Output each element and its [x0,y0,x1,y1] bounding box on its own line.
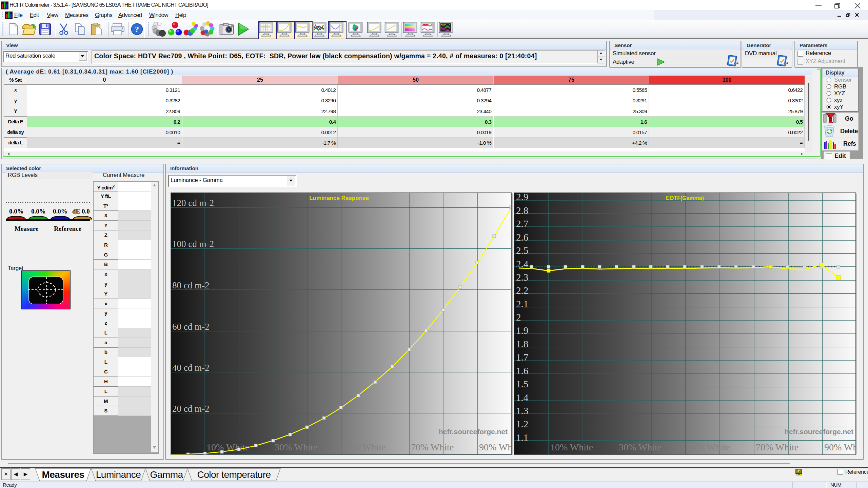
svg-text:1.1: 1.1 [516,432,528,443]
svg-text:1.2: 1.2 [516,419,528,429]
svg-text:50% White: 50% White [687,442,730,452]
svg-text:hcfr.sourceforge.net: hcfr.sourceforge.net [439,428,508,435]
svg-text:Luminance Response: Luminance Response [309,195,369,201]
svg-text:30% White: 30% White [619,442,662,452]
svg-text:30% White: 30% White [275,442,317,452]
svg-text:120 cd m-2: 120 cd m-2 [172,198,214,208]
svg-text:Luminance: Luminance [96,469,141,480]
svg-text:2.2: 2.2 [516,285,528,296]
svg-text:2.8: 2.8 [516,205,528,216]
svg-text:2.3: 2.3 [516,272,528,283]
svg-text:1.9: 1.9 [516,325,528,336]
svg-text:hcfr.sourceforge.net: hcfr.sourceforge.net [785,428,853,435]
svg-text:70% White: 70% White [411,442,454,452]
svg-text:2: 2 [516,312,521,323]
svg-text:1.6: 1.6 [516,365,528,376]
svg-text:1.7: 1.7 [516,352,528,363]
svg-text:2.7: 2.7 [516,218,528,229]
svg-text:70% White: 70% White [756,442,798,452]
svg-text:1.5: 1.5 [516,379,528,389]
svg-text:2.1: 2.1 [516,299,528,309]
svg-text:50% White: 50% White [343,442,386,452]
svg-text:90% White: 90% White [479,442,511,452]
svg-text:?: ? [135,25,139,34]
svg-text:10% White: 10% White [550,442,593,452]
svg-text:40 cd m-2: 40 cd m-2 [172,363,209,373]
svg-text:60 cd m-2: 60 cd m-2 [172,322,209,332]
svg-text:1.8: 1.8 [516,339,528,349]
svg-text:80 cd m-2: 80 cd m-2 [172,280,209,290]
svg-text:2.5: 2.5 [516,245,528,256]
svg-text:Measures: Measures [42,469,84,480]
svg-text:100 cd m-2: 100 cd m-2 [172,239,214,249]
svg-text:Color temperature: Color temperature [197,469,271,480]
svg-text:90% White: 90% White [824,442,855,452]
svg-text:20 cd m-2: 20 cd m-2 [172,404,209,414]
svg-text:EOTF(Gamma): EOTF(Gamma) [666,195,704,201]
svg-text:1.4: 1.4 [516,392,529,403]
svg-text:2.6: 2.6 [516,232,528,243]
svg-text:1.3: 1.3 [516,405,528,416]
svg-text:2.9: 2.9 [516,193,528,202]
svg-text:Gamma: Gamma [150,469,183,480]
